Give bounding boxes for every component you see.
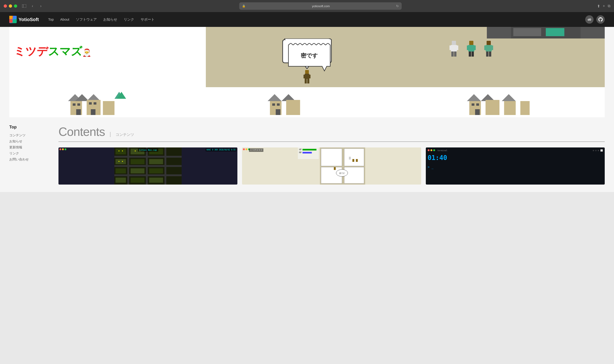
hero-title-area: ミツデスマズ🎅 bbox=[14, 45, 91, 58]
svg-rect-11 bbox=[103, 101, 114, 115]
svg-rect-35 bbox=[513, 28, 541, 36]
svg-rect-26 bbox=[307, 79, 309, 83]
svg-rect-77 bbox=[149, 159, 163, 164]
share-icon[interactable]: ⬆ bbox=[597, 4, 600, 8]
card-mitsudes-bg: HP MP bbox=[242, 147, 421, 184]
hero-bottom-center bbox=[206, 87, 408, 117]
close-button[interactable] bbox=[4, 4, 7, 8]
svg-rect-61 bbox=[472, 104, 475, 106]
logo-icon bbox=[9, 16, 17, 23]
site-nav: YotioSoft Top About ソフトウェア お知らせ リンク サポート… bbox=[0, 12, 614, 27]
lock-icon: 🔒 bbox=[242, 4, 246, 8]
svg-rect-72 bbox=[116, 149, 126, 155]
svg-rect-81 bbox=[116, 178, 126, 183]
terminal-titlebar: terminal ⊞ ⊟ ⊠ ⬜ bbox=[428, 149, 603, 152]
content-card-mitsudes[interactable]: HP MP bbox=[242, 147, 421, 184]
hero-buildings-left bbox=[14, 87, 201, 117]
github-link[interactable] bbox=[596, 15, 605, 24]
svg-text:HP: HP bbox=[299, 148, 302, 151]
sidebar-title: Top bbox=[9, 125, 51, 130]
svg-rect-16 bbox=[94, 102, 96, 104]
svg-rect-30 bbox=[286, 100, 300, 115]
user-avatar[interactable]: d0 bbox=[585, 15, 594, 24]
svg-rect-52 bbox=[491, 45, 493, 50]
svg-rect-64 bbox=[520, 101, 530, 115]
sidebar-link-updates[interactable]: 更新情報 bbox=[9, 145, 51, 150]
browser-actions: ⬆ + ⧉ bbox=[597, 4, 610, 8]
content-title-en: Contents bbox=[58, 125, 105, 139]
svg-rect-78 bbox=[116, 168, 126, 173]
svg-rect-43 bbox=[469, 41, 473, 45]
terminal-prompt: > _ bbox=[428, 165, 603, 169]
content-title-separator: | bbox=[109, 131, 111, 137]
sidebar-toggle-icon[interactable] bbox=[21, 3, 27, 9]
svg-point-84 bbox=[119, 150, 120, 151]
terminal-maximize-dot bbox=[433, 149, 435, 151]
hero-top-right-building bbox=[487, 27, 605, 39]
nav-right: d0 bbox=[585, 15, 605, 24]
back-button[interactable]: ‹ bbox=[29, 3, 36, 9]
reload-button[interactable]: ↻ bbox=[396, 4, 399, 8]
svg-point-85 bbox=[122, 150, 123, 151]
svg-rect-48 bbox=[472, 52, 474, 57]
terminal-content: 01:40 > _ bbox=[428, 153, 603, 183]
sidebar-link-contents[interactable]: コンテンツ bbox=[9, 133, 51, 138]
sidebar-link-links[interactable]: リンク bbox=[9, 151, 51, 156]
content-title-jp: コンテンツ bbox=[116, 132, 134, 137]
svg-rect-12 bbox=[73, 104, 75, 106]
svg-rect-24 bbox=[309, 75, 311, 78]
nav-software[interactable]: ソフトウェア bbox=[76, 17, 97, 22]
svg-rect-98 bbox=[344, 149, 364, 166]
new-tab-icon[interactable]: + bbox=[603, 4, 605, 8]
maximize-button[interactable] bbox=[14, 4, 17, 8]
content-header: Contents | コンテンツ bbox=[58, 125, 605, 142]
svg-marker-27 bbox=[268, 94, 282, 101]
svg-rect-0 bbox=[22, 4, 26, 8]
hero-center-panel: 密です bbox=[206, 27, 408, 117]
svg-rect-21 bbox=[305, 70, 309, 74]
content-card-terminal[interactable]: terminal ⊞ ⊟ ⊠ ⬜ 01:40 > _ bbox=[426, 147, 605, 184]
svg-rect-25 bbox=[305, 79, 307, 83]
terminal-sim: terminal ⊞ ⊟ ⊠ ⬜ 01:40 > _ bbox=[426, 147, 605, 184]
card-cities-traffic bbox=[59, 148, 66, 150]
hero-left-panel: ミツデスマズ🎅 bbox=[9, 27, 206, 117]
nav-top[interactable]: Top bbox=[48, 17, 54, 22]
svg-rect-82 bbox=[131, 178, 145, 183]
browser-navigation: ‹ › bbox=[29, 3, 44, 9]
forward-button[interactable]: › bbox=[38, 3, 44, 9]
svg-rect-40 bbox=[456, 45, 458, 50]
sidebar-links: コンテンツ お知らせ 更新情報 リンク お問い合わせ bbox=[9, 133, 51, 162]
website: YotioSoft Top About ソフトウェア お知らせ リンク サポート… bbox=[0, 12, 614, 192]
svg-rect-63 bbox=[475, 109, 480, 115]
sidebar-link-contact[interactable]: お問い合わせ bbox=[9, 157, 51, 162]
site-logo-text: YotioSoft bbox=[19, 17, 39, 22]
hero-banner-wrapper: ミツデスマズ🎅 密です bbox=[9, 27, 605, 117]
content-card-cities-box[interactable]: Cities Box.cap HAVC 0 369 2018/04/02 0:5… bbox=[58, 147, 237, 184]
terminal-minimize-dot bbox=[430, 149, 432, 151]
content-cards: Cities Box.cap HAVC 0 369 2018/04/02 0:5… bbox=[58, 147, 605, 184]
speech-bubble: 密です bbox=[282, 39, 332, 74]
tab-overview-icon[interactable]: ⧉ bbox=[608, 4, 610, 8]
site-logo[interactable]: YotioSoft bbox=[9, 16, 39, 23]
svg-rect-76 bbox=[131, 159, 145, 164]
svg-rect-83 bbox=[149, 178, 163, 183]
svg-point-88 bbox=[119, 161, 120, 162]
svg-rect-45 bbox=[467, 45, 469, 50]
svg-rect-42 bbox=[454, 52, 456, 57]
main-content: Top コンテンツ お知らせ 更新情報 リンク お問い合わせ Contents … bbox=[0, 117, 614, 192]
hero-characters bbox=[448, 41, 495, 62]
sidebar-link-news[interactable]: お知らせ bbox=[9, 139, 51, 143]
nav-news[interactable]: お知らせ bbox=[103, 17, 117, 22]
hero-banner: ミツデスマズ🎅 密です bbox=[9, 27, 605, 117]
nav-links-item[interactable]: リンク bbox=[124, 17, 134, 22]
hero-title-jp: ミツデスマズ🎅 bbox=[14, 45, 91, 58]
minimize-button[interactable] bbox=[9, 4, 12, 8]
nav-about[interactable]: About bbox=[60, 17, 69, 22]
nav-support[interactable]: サポート bbox=[141, 17, 155, 22]
nav-links: Top About ソフトウェア お知らせ リンク サポート bbox=[48, 17, 585, 22]
svg-rect-39 bbox=[450, 45, 452, 50]
card-cities-hud-info: HAVC 0 369 2018/04/02 0:55 bbox=[205, 148, 236, 151]
svg-rect-80 bbox=[149, 168, 163, 173]
address-bar[interactable]: 🔒 yotiosoft.com ↻ bbox=[239, 2, 402, 10]
svg-rect-32 bbox=[277, 104, 280, 106]
